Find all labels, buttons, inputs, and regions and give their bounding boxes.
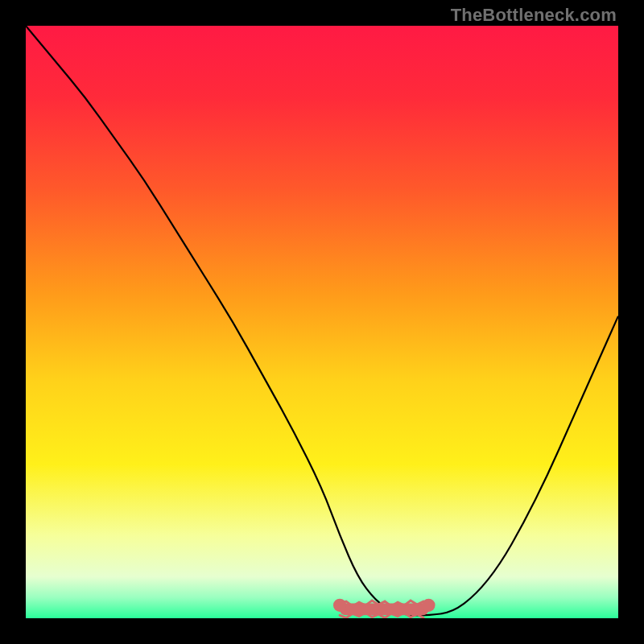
plot-area	[26, 26, 618, 618]
watermark: TheBottleneck.com	[451, 5, 617, 26]
svg-point-3	[422, 599, 435, 612]
optimal-range-marker	[26, 26, 618, 618]
svg-point-2	[333, 599, 346, 612]
